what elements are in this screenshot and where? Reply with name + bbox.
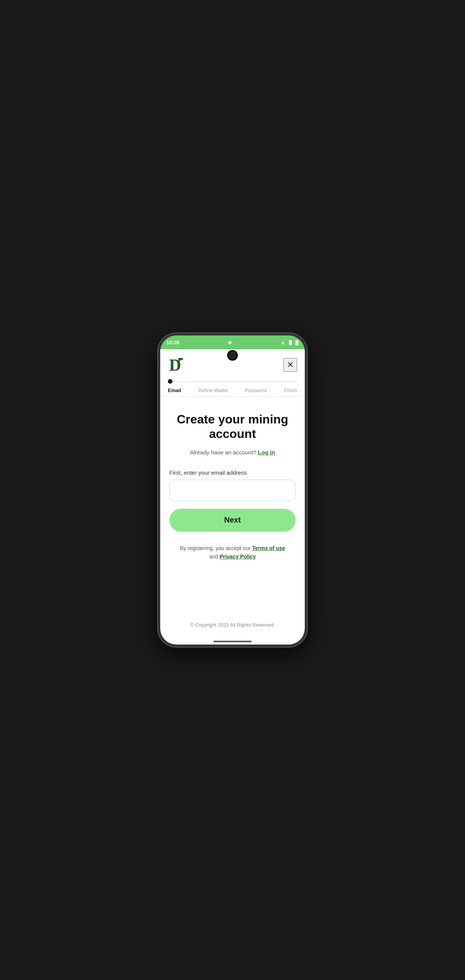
footer: © Copyright 2023 All Rights Reserved. <box>169 614 296 635</box>
terms-prefix: By registering, you accept our <box>180 545 250 551</box>
email-field-label: First, enter your email address <box>169 469 296 476</box>
status-icons: ▲ ▐▌ ▓ <box>281 340 299 345</box>
logo-container: D <box>168 355 187 374</box>
email-input[interactable] <box>169 480 296 501</box>
status-time: 10:29 <box>166 340 179 345</box>
signal-icon: ▐▌ <box>288 340 294 345</box>
wifi-icon: ▲ <box>281 340 286 345</box>
login-link[interactable]: Log in <box>258 449 275 456</box>
copyright-text: © Copyright 2023 All Rights Reserved. <box>190 622 275 628</box>
terms-middle: and <box>209 553 218 560</box>
camera-notch <box>227 350 238 361</box>
step-email: Email <box>168 387 181 393</box>
close-button[interactable]: ✕ <box>283 358 297 372</box>
phone-frame: 10:29 ◉ ▲ ▐▌ ▓ D ✕ <box>158 333 307 647</box>
login-prompt-text: Already have an account? <box>190 449 256 456</box>
step-finish: Finish <box>284 387 297 393</box>
step-define-wallet: Define Wallet <box>198 387 228 393</box>
notification-icon: ◉ <box>228 340 232 345</box>
next-button[interactable]: Next <box>169 509 296 532</box>
step-labels: Email Define Wallet Password Finish <box>168 387 297 393</box>
step-password: Password <box>245 387 267 393</box>
terms-text: By registering, you accept our Terms of … <box>169 544 296 561</box>
step-dot-active <box>168 379 172 384</box>
privacy-policy-link[interactable]: Privacy Policy <box>219 553 256 560</box>
status-bar: 10:29 ◉ ▲ ▐▌ ▓ <box>160 335 305 349</box>
login-prompt: Already have an account? Log in <box>169 449 296 456</box>
main-content: Create your mining account Already have … <box>160 397 305 645</box>
step-indicator: Email Define Wallet Password Finish <box>160 379 305 396</box>
home-indicator <box>213 641 252 642</box>
battery-icon: ▓ <box>295 340 299 345</box>
app-content: D ✕ Email Define Wallet Password Finish <box>160 349 305 645</box>
terms-of-use-link[interactable]: Terms of use <box>252 545 285 551</box>
camera-lens <box>229 352 236 359</box>
step-dots <box>168 379 297 384</box>
app-logo: D <box>168 355 187 374</box>
page-title: Create your mining account <box>169 412 296 441</box>
step-line <box>174 381 297 382</box>
